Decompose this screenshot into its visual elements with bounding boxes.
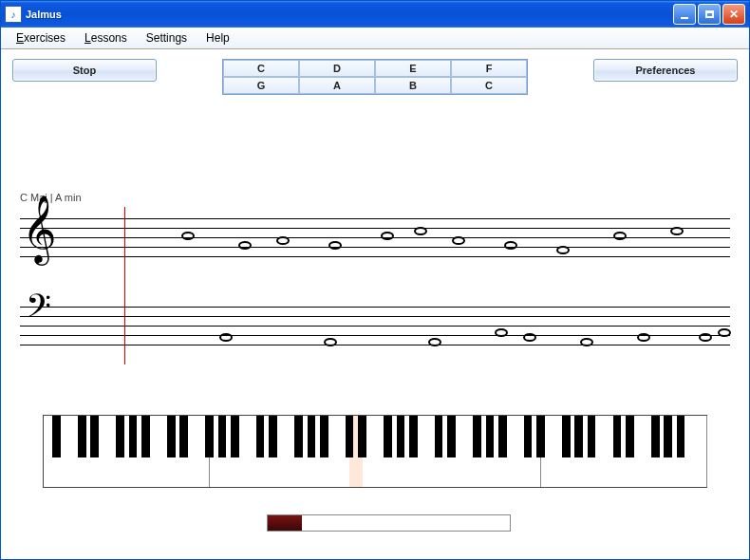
close-button[interactable] <box>722 4 745 25</box>
treble-note <box>328 241 342 250</box>
maximize-button[interactable] <box>698 4 721 25</box>
black-key[interactable] <box>397 416 405 457</box>
treble-note <box>414 227 427 235</box>
black-key[interactable] <box>562 416 571 457</box>
menu-bar: Exercises Lessons Settings Help <box>1 28 749 49</box>
black-key[interactable] <box>358 416 366 457</box>
treble-note <box>613 232 627 240</box>
progress-fill <box>268 515 302 531</box>
black-key[interactable] <box>320 416 328 457</box>
bass-note <box>428 338 441 346</box>
note-button-e-2[interactable]: E <box>375 60 451 77</box>
black-key[interactable] <box>677 416 685 457</box>
bass-note <box>219 333 233 342</box>
piano-keyboard[interactable] <box>43 415 707 488</box>
black-key[interactable] <box>167 416 176 457</box>
progress-bar <box>267 514 511 532</box>
black-key[interactable] <box>435 416 443 457</box>
black-key[interactable] <box>384 416 392 457</box>
menu-exercises[interactable]: Exercises <box>7 29 75 47</box>
black-key[interactable] <box>588 416 596 457</box>
black-key[interactable] <box>473 416 481 457</box>
note-button-d-1[interactable]: D <box>299 60 375 77</box>
black-key[interactable] <box>179 416 188 457</box>
treble-note <box>238 241 252 250</box>
treble-staff-lines <box>20 218 730 266</box>
black-key[interactable] <box>129 416 138 457</box>
note-button-g-4[interactable]: G <box>223 77 299 94</box>
stop-button[interactable]: Stop <box>12 59 157 82</box>
treble-note <box>556 246 570 254</box>
white-key[interactable] <box>694 416 707 487</box>
black-key[interactable] <box>626 416 634 457</box>
bass-note <box>324 338 337 346</box>
treble-note <box>452 236 465 245</box>
menu-help[interactable]: Help <box>197 29 239 47</box>
bass-note <box>699 333 712 342</box>
black-key[interactable] <box>486 416 495 457</box>
bass-note <box>580 338 593 346</box>
treble-note <box>181 232 195 240</box>
title-bar: ♪ Jalmus <box>1 1 749 28</box>
black-key[interactable] <box>536 416 545 457</box>
black-key[interactable] <box>205 416 214 457</box>
preferences-button[interactable]: Preferences <box>593 59 738 82</box>
bass-clef-icon: 𝄢 <box>26 290 51 330</box>
black-key[interactable] <box>52 416 61 457</box>
black-key[interactable] <box>294 416 303 457</box>
black-key[interactable] <box>524 416 533 457</box>
note-button-b-6[interactable]: B <box>375 77 451 94</box>
black-key[interactable] <box>409 416 418 457</box>
treble-clef-icon: 𝄞 <box>22 199 57 258</box>
bass-staff-lines <box>20 307 730 354</box>
black-key[interactable] <box>231 416 239 457</box>
window-title: Jalmus <box>26 9 673 20</box>
black-key[interactable] <box>664 416 672 457</box>
app-icon: ♪ <box>5 6 22 23</box>
black-key[interactable] <box>613 416 622 457</box>
black-key[interactable] <box>256 416 265 457</box>
black-key[interactable] <box>218 416 227 457</box>
menu-lessons[interactable]: Lessons <box>75 29 137 47</box>
black-key[interactable] <box>346 416 354 457</box>
treble-note <box>276 236 290 245</box>
black-key[interactable] <box>651 416 660 457</box>
bass-note <box>495 328 508 337</box>
treble-note <box>381 232 394 240</box>
black-key[interactable] <box>90 416 99 457</box>
playback-cursor <box>124 207 125 364</box>
black-key[interactable] <box>308 416 316 457</box>
black-key[interactable] <box>574 416 583 457</box>
bass-note <box>637 333 650 342</box>
note-button-f-3[interactable]: F <box>451 60 527 77</box>
black-key[interactable] <box>78 416 86 457</box>
grand-staff: 𝄞 𝄢 <box>20 207 730 387</box>
note-button-c-0[interactable]: C <box>223 60 299 77</box>
bass-note <box>523 333 536 342</box>
minimize-button[interactable] <box>673 4 696 25</box>
black-key[interactable] <box>447 416 456 457</box>
note-button-c-7[interactable]: C <box>451 77 527 94</box>
bass-note <box>718 328 731 337</box>
black-key[interactable] <box>269 416 277 457</box>
black-key[interactable] <box>141 416 150 457</box>
treble-note <box>504 241 517 250</box>
note-button-a-5[interactable]: A <box>299 77 375 94</box>
black-key[interactable] <box>498 416 507 457</box>
key-signature-label: C Maj | A min <box>20 192 730 203</box>
menu-settings[interactable]: Settings <box>137 29 197 47</box>
black-key[interactable] <box>116 416 124 457</box>
treble-note <box>670 227 684 235</box>
note-button-grid: CDEFGABC <box>222 59 528 95</box>
